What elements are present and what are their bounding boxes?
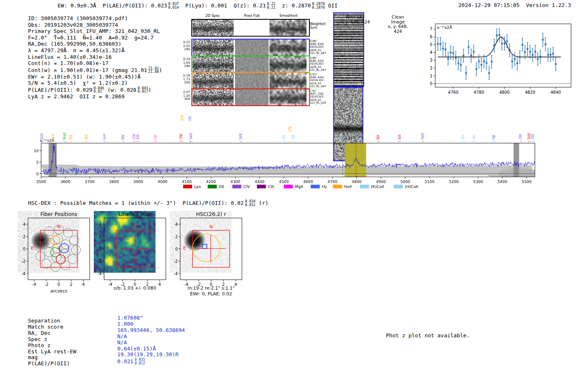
y-tick-label: 0 [23, 247, 26, 251]
text-run: LyA z = 2.9462 OII z = 0.2869 [28, 93, 125, 100]
x-tick-label: 5300 [473, 179, 483, 184]
error-band-blob [498, 169, 541, 179]
montage-col-header: 2D Spec [205, 14, 220, 18]
with-sky-title: With Skyx, y: 648, 424 [340, 15, 370, 24]
panel-caption: EWr: 0, PLAE: 0.02 [170, 291, 252, 297]
legend-swatch [360, 185, 369, 188]
summary-header: EW: 0.9±0.3Å P(LAE)/P(OII): 0.0230.0370.… [58, 2, 338, 9]
stacked-uncertainty: 0.0340.012 [245, 199, 255, 206]
x-tick-label: 4000 [158, 179, 167, 184]
selected-fiber-circle [51, 236, 60, 245]
line-label: Hβ [492, 135, 496, 139]
smoothed-image [269, 56, 307, 72]
text-run: F=2.0" T̄=0.111 N̄=1.40 A=0.92 g=24.7 [28, 35, 153, 41]
stacked-uncertainty: 0.0460.02 [94, 86, 105, 93]
north-label: N [133, 224, 137, 230]
montage-row-left-labels: 0.181.73290 [181, 74, 190, 85]
match-row-value: 19.30(19.29,19.30)R [117, 352, 185, 358]
detection-line: Cont(n) = 1.70(±0.08)e-17 [28, 60, 162, 67]
text-run: 165.993446, 50.638694 [117, 327, 185, 333]
line-label: HeII [189, 133, 193, 139]
full-spectrum-plot: 3500360037003800390040004100420043004400… [35, 109, 545, 193]
detection-line: LyA z = 2.9462 OII z = 0.2869 [28, 93, 162, 100]
twod-spec-cell [193, 20, 234, 36]
text-run: Primary Spec_Slot_IFU_AMP: 321_042_030_R… [28, 28, 160, 34]
montage-row [191, 56, 310, 73]
legend-swatch [394, 185, 403, 188]
x-tick-label: 4800 [499, 90, 509, 95]
line-bracket: { [103, 141, 106, 142]
x-tick-label: 4840 [550, 90, 561, 95]
text-run: Obs: 20191203v028_3005039774 [28, 22, 118, 28]
line-label: OIII [531, 134, 535, 139]
line-bracket: { [122, 141, 125, 142]
line-fit-zoom-plot: 4760478048004820484001234567e⁻¹⁷x2Å [424, 16, 576, 101]
flux-units-label: e⁻¹⁷x2Å [437, 25, 452, 30]
y-tick-label: 4 [99, 222, 102, 227]
y-tick-label: 0 [36, 172, 39, 176]
twod-spec-cell [193, 73, 234, 89]
detection-line: Primary Spec_Slot_IFU_AMP: 321_042_030_R… [28, 28, 162, 35]
x-tick-label: -2 [44, 282, 49, 287]
lineflux-map-panel: Lineflux Map-4-4-2-2002244NEs/b: 1.03 +/… [94, 211, 176, 299]
pixel-flat-cell [235, 56, 269, 72]
line-label: OII [282, 135, 286, 139]
match-row-label: Separation [28, 318, 76, 324]
y-tick-label: 0 [175, 247, 178, 251]
montage-row-left-labels: 0.191.65290 [181, 58, 190, 68]
line-bracket: { [133, 141, 136, 142]
line-bracket: { [136, 141, 139, 142]
line-bracket: { [288, 141, 292, 142]
x-tick-label: 4300 [230, 179, 240, 184]
legend-label: (H)CaII [405, 184, 418, 189]
smoothed-image [269, 20, 307, 36]
extraction-box [193, 230, 230, 267]
x-tick-label: 4 [82, 282, 85, 287]
x-tick-label: -4 [32, 282, 36, 287]
text-run: ) [159, 67, 162, 73]
line-label: SiII [136, 135, 140, 139]
line-bracket: { [377, 141, 380, 142]
panel-caption: s/b: 1.03 +/- 0.080 [94, 285, 176, 291]
detection-line: S/N = 5.4(±0.5) χ² = 1.2(±0.2) [28, 80, 162, 86]
line-bracket: { [527, 141, 531, 142]
line-bracket: { [292, 141, 295, 142]
detection-info-block: ID: 3005039774 (3005039774.pdf)Obs: 2019… [28, 15, 162, 100]
east-label: E [183, 246, 186, 251]
y-tick-label: 0 [430, 81, 432, 86]
smoothed-cell [269, 89, 307, 105]
text-run: OII [325, 2, 337, 9]
match-row-label: Est LyA rest-EW [28, 349, 76, 355]
line-bracket: { [462, 141, 465, 142]
match-row-value: 0.64(±0.15)Å [117, 346, 185, 352]
panel-caption: m:19.2 re:2.1" s:1.1" [170, 285, 252, 291]
twod-spec-image [193, 20, 234, 36]
line-label: SiIV [527, 133, 531, 139]
elixer-report-page: EW: 0.9±0.3Å P(LAE)/P(OII): 0.0230.0370.… [0, 0, 576, 392]
text-run: Cont(n) = 1.70(±0.08)e-17 [28, 60, 109, 66]
stacked-uncertainty: 21.0221.00 [149, 67, 159, 74]
smoothed-cell [269, 73, 307, 89]
y-tick-label: 6 [430, 35, 432, 39]
y-tick-label: 10 [34, 148, 39, 153]
y-tick-label: 1 [430, 74, 432, 78]
line-bracket: { [70, 141, 73, 142]
smoothed-cell [269, 56, 307, 72]
match-row-value: N/A [117, 340, 185, 346]
pixel-flat-image [235, 39, 269, 56]
line-label: NV [69, 135, 73, 139]
text-run: (w: 0.028 [104, 86, 136, 93]
detection-highlight-band [345, 143, 366, 177]
line-label: Hγ [461, 135, 465, 139]
line-label: NV [376, 135, 380, 139]
x-tick-label: 3700 [85, 179, 95, 184]
line-id-labels: {SiIV{Lyα{MgII{NV{SiII{Lyα{NV{CIV{SiII{C… [40, 114, 535, 142]
legend-swatch [333, 185, 342, 188]
x-tick-label: 5400 [497, 179, 507, 184]
y-tick-label: -2 [174, 259, 178, 264]
photz-note: Phot z plot not available. [386, 332, 470, 339]
hsc-cutout-panel: HSC(26.2) r-4-4-2-2002244NEm:19.2 re:2.1… [170, 211, 252, 299]
text-run: z: 0.2870 [276, 2, 311, 9]
text-run: ID: 3005039774 (3005039774.pdf) [28, 15, 128, 21]
crosshair [121, 235, 149, 264]
